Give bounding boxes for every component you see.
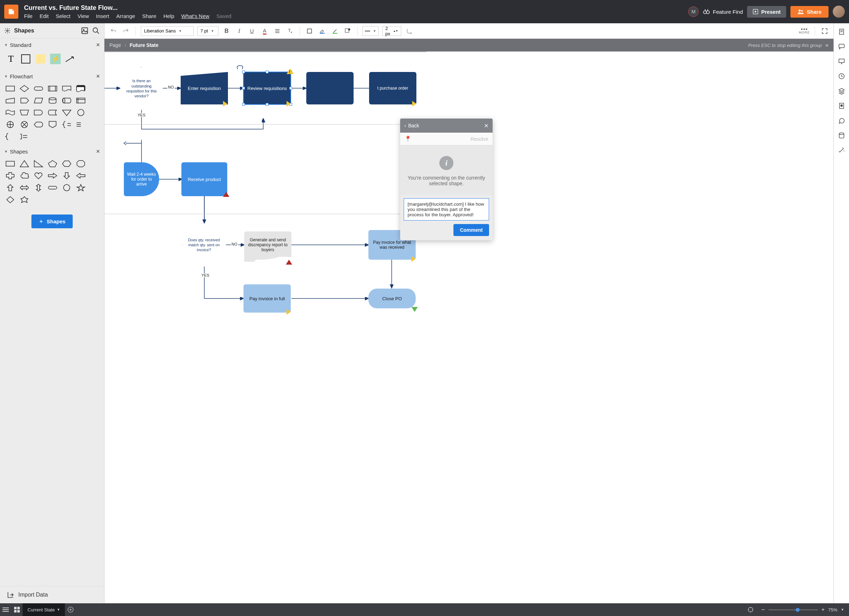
border-color-button[interactable] <box>317 27 327 36</box>
delay-shape[interactable] <box>33 108 44 117</box>
wait-node[interactable]: Wait 2-4 weeks for order to arrive <box>124 162 159 196</box>
cloud-shape[interactable] <box>19 171 30 180</box>
polystar-shape[interactable] <box>19 195 30 204</box>
close-icon[interactable]: × <box>96 148 100 155</box>
oct-shape[interactable] <box>76 159 86 168</box>
data2-shape[interactable] <box>33 96 44 105</box>
line-shape[interactable] <box>64 53 76 65</box>
font-select[interactable]: Liberation Sans▼ <box>141 26 194 36</box>
arrow-right-shape[interactable] <box>47 171 58 180</box>
pentagon-shape[interactable] <box>19 96 30 105</box>
underline-button[interactable]: U <box>247 27 256 36</box>
block-shape[interactable] <box>20 53 32 65</box>
close-po-node[interactable]: Close PO <box>368 289 416 308</box>
grid-view-icon[interactable] <box>11 603 22 616</box>
document-title[interactable]: Current vs. Future State Flow... <box>24 4 231 12</box>
menu-insert[interactable]: Insert <box>96 13 109 19</box>
arrow-left-shape[interactable] <box>76 171 86 180</box>
page-tab[interactable]: Current State▼ <box>22 603 65 616</box>
add-page-button[interactable] <box>65 603 76 616</box>
font-size-select[interactable]: 7 pt▼ <box>197 26 218 36</box>
receive-product-node[interactable]: Receive product <box>182 162 227 196</box>
decision-outstanding-req[interactable]: Is there an outstanding requisition for … <box>120 67 163 110</box>
crumb-current[interactable]: Future State <box>130 42 158 48</box>
brace2-shape[interactable] <box>5 132 15 141</box>
decision-shape[interactable] <box>19 84 30 93</box>
internal-shape[interactable] <box>76 96 86 105</box>
history-icon[interactable] <box>838 73 845 80</box>
menu-help[interactable]: Help <box>163 13 174 19</box>
document-shape[interactable] <box>61 84 72 93</box>
arrow-up-shape[interactable] <box>5 183 15 192</box>
note-shape[interactable] <box>34 53 46 65</box>
menu-view[interactable]: View <box>77 13 89 19</box>
resolve-button[interactable]: Resolve <box>471 136 489 142</box>
stored-shape[interactable] <box>47 108 58 117</box>
note3-shape[interactable] <box>19 132 30 141</box>
menu-file[interactable]: File <box>24 13 33 19</box>
align-button[interactable] <box>273 27 282 36</box>
arrow-lr-shape[interactable] <box>19 183 30 192</box>
slot-shape[interactable] <box>47 183 58 192</box>
text-color-button[interactable]: A <box>260 27 269 36</box>
search-icon[interactable] <box>92 27 100 34</box>
image-icon[interactable] <box>81 27 89 34</box>
menu-select[interactable]: Select <box>56 13 71 19</box>
connector-shape[interactable] <box>76 108 86 117</box>
circle2-shape[interactable] <box>61 183 72 192</box>
share-button[interactable]: Share <box>791 6 828 18</box>
add-shapes-button[interactable]: ＋ Shapes <box>31 214 72 228</box>
layers-icon[interactable] <box>838 88 845 95</box>
fill-button[interactable] <box>305 27 314 36</box>
section-flowchart[interactable]: ▼ Flowchart × <box>0 70 104 83</box>
display-shape[interactable] <box>33 120 44 129</box>
arrow-down-shape[interactable] <box>61 171 72 180</box>
redo-button[interactable] <box>121 27 131 36</box>
menu-edit[interactable]: Edit <box>40 13 49 19</box>
pin-icon[interactable]: 📍 <box>404 135 411 142</box>
note2-shape[interactable] <box>76 120 86 129</box>
close-icon[interactable]: × <box>96 73 100 80</box>
penta-shape[interactable] <box>47 159 58 168</box>
data-rail-icon[interactable] <box>838 132 845 139</box>
section-standard[interactable]: ▼ Standard × <box>0 39 104 52</box>
canvas-viewport[interactable]: Is there an outstanding requisition for … <box>104 52 834 603</box>
hotspot-shape[interactable]: ⚡ <box>49 53 61 65</box>
collapse-icon[interactable]: « <box>825 42 828 48</box>
line-width-select[interactable]: 2 px▲▼ <box>382 26 401 36</box>
tri-shape[interactable] <box>19 159 30 168</box>
terminator-shape[interactable] <box>33 84 44 93</box>
manual2-shape[interactable] <box>19 108 30 117</box>
collaborator-avatar[interactable]: M <box>688 6 699 17</box>
arrow-ud-shape[interactable] <box>33 183 44 192</box>
merge-shape[interactable] <box>61 108 72 117</box>
discrepancy-node[interactable]: Generate and send discrepancy report to … <box>244 231 292 258</box>
diamond2-shape[interactable] <box>5 195 15 204</box>
cross-shape[interactable] <box>5 171 15 180</box>
present-button[interactable]: Present <box>747 6 786 18</box>
undo-button[interactable] <box>109 27 118 36</box>
star-shape[interactable] <box>76 183 86 192</box>
enter-requisition-node[interactable]: Enter requisition <box>181 72 228 104</box>
user-avatar[interactable] <box>833 6 845 18</box>
paper-shape[interactable] <box>5 108 15 117</box>
line-type-button[interactable] <box>405 27 414 36</box>
database-shape[interactable] <box>47 96 58 105</box>
comment-rail-icon[interactable] <box>838 43 845 50</box>
brace-shape[interactable] <box>61 120 72 129</box>
sum-shape[interactable] <box>19 120 30 129</box>
present-rail-icon[interactable] <box>838 58 845 65</box>
comment-submit-button[interactable]: Comment <box>453 224 489 236</box>
multidoc-shape[interactable] <box>76 84 86 93</box>
hex-shape[interactable] <box>61 159 72 168</box>
shape-options-button[interactable] <box>343 27 352 36</box>
righttri-shape[interactable] <box>33 159 44 168</box>
heart-shape[interactable] <box>33 171 44 180</box>
line-style-select[interactable]: ▼ <box>362 26 378 36</box>
zoom-in-button[interactable]: + <box>821 607 825 613</box>
menu-share[interactable]: Share <box>142 13 156 19</box>
theme-icon[interactable] <box>838 102 845 109</box>
zoom-value[interactable]: 75% <box>828 607 837 613</box>
feature-find[interactable]: Feature Find <box>703 8 743 15</box>
fullscreen-button[interactable] <box>820 27 829 36</box>
